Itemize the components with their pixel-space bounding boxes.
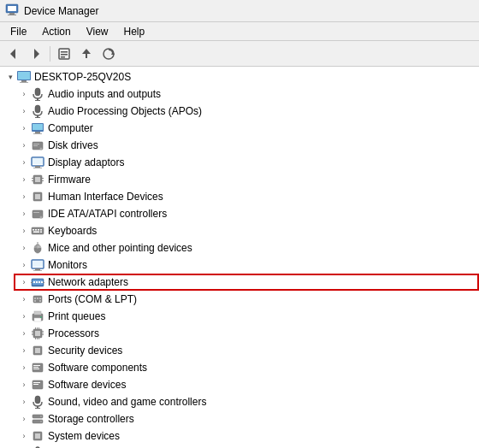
svg-rect-26	[35, 132, 40, 133]
hid-expand[interactable]: ›	[17, 190, 31, 203]
processors-expand[interactable]: ›	[17, 327, 31, 340]
properties-button[interactable]	[54, 44, 74, 63]
svg-rect-99	[33, 368, 39, 369]
svg-rect-81	[35, 331, 40, 336]
svg-rect-38	[32, 178, 33, 179]
tree-item-ports[interactable]: › Ports (COM & LPT)	[14, 291, 479, 308]
sound-expand[interactable]: ›	[17, 395, 31, 409]
scan-hardware-button[interactable]	[98, 44, 119, 63]
tree-item-usb[interactable]: › Universal Serial Bus controllers	[14, 445, 479, 448]
tree-item-security[interactable]: › Security devices	[14, 342, 479, 359]
software-comp-expand[interactable]: ›	[17, 361, 31, 374]
update-driver-button[interactable]	[76, 44, 97, 63]
tree-item-processors[interactable]: › Processors	[14, 325, 479, 342]
sound-icon	[31, 395, 44, 409]
svg-rect-89	[37, 327, 38, 329]
audio-apo-expand[interactable]: ›	[17, 104, 31, 118]
keyboards-label: Keyboards	[48, 225, 97, 237]
firmware-icon	[31, 173, 44, 186]
computer-expand[interactable]: ›	[17, 121, 31, 135]
monitors-expand[interactable]: ›	[17, 258, 31, 272]
svg-point-108	[40, 416, 42, 417]
tree-item-firmware[interactable]: › Firmware	[14, 171, 479, 188]
tree-item-monitors[interactable]: › Monitors	[14, 256, 479, 274]
svg-marker-4	[10, 49, 15, 59]
ide-expand[interactable]: ›	[17, 207, 31, 221]
monitors-label: Monitors	[48, 259, 87, 271]
svg-rect-69	[43, 282, 44, 283]
tree-item-keyboards[interactable]: › Keyboards	[14, 222, 479, 239]
tree-item-system[interactable]: › System devices	[14, 427, 479, 445]
network-label: Network adapters	[48, 276, 128, 288]
tree-item-network[interactable]: › Network adapters	[14, 274, 479, 291]
root-expand-icon[interactable]: ▾	[3, 70, 17, 84]
firmware-label: Firmware	[48, 174, 91, 186]
svg-rect-60	[35, 268, 40, 270]
tree-item-display[interactable]: › Display adaptors	[14, 154, 479, 171]
svg-point-75	[39, 300, 41, 302]
ports-expand[interactable]: ›	[17, 292, 31, 306]
network-icon	[31, 275, 44, 289]
tree-item-disk[interactable]: › Disk drives	[14, 137, 479, 154]
svg-rect-1	[8, 6, 16, 11]
software-comp-label: Software components	[48, 362, 147, 374]
mice-label: Mice and other pointing devices	[48, 242, 192, 254]
svg-point-72	[37, 298, 38, 299]
svg-rect-48	[33, 229, 34, 231]
svg-rect-8	[61, 54, 68, 56]
menu-view[interactable]: View	[80, 24, 115, 39]
print-expand[interactable]: ›	[17, 309, 31, 323]
tree-item-storage[interactable]: › Storage controllers	[14, 410, 479, 427]
menu-action[interactable]: Action	[35, 24, 77, 39]
display-label: Display adaptors	[48, 156, 124, 168]
forward-button[interactable]	[26, 44, 46, 63]
tree-item-computer[interactable]: › Computer	[14, 120, 479, 137]
tree-item-ide[interactable]: › IDE ATA/ATAPI controllers	[14, 205, 479, 222]
root-computer-icon	[17, 70, 31, 84]
svg-rect-52	[33, 232, 39, 233]
root-label: DESKTOP-25QV20S	[34, 71, 131, 83]
tree-root[interactable]: ▾ DESKTOP-25QV20S	[0, 68, 479, 85]
tree-item-audio-apo[interactable]: › Audio Processing Objects (APOs)	[14, 103, 479, 120]
firmware-expand[interactable]: ›	[17, 173, 31, 186]
display-expand[interactable]: ›	[17, 156, 31, 169]
system-expand[interactable]: ›	[17, 429, 31, 443]
menu-help[interactable]: Help	[117, 24, 152, 39]
svg-rect-27	[33, 133, 42, 134]
sound-label: Sound, video and game controllers	[48, 396, 206, 408]
software-dev-icon	[31, 378, 44, 392]
mice-expand[interactable]: ›	[17, 241, 31, 255]
back-button[interactable]	[3, 44, 24, 63]
audio-inputs-expand[interactable]: ›	[17, 87, 31, 101]
svg-rect-25	[33, 124, 43, 130]
software-dev-expand[interactable]: ›	[17, 378, 31, 392]
svg-rect-66	[38, 281, 40, 283]
device-tree[interactable]: ▾ DESKTOP-25QV20S › Audio inputs and out…	[0, 67, 479, 448]
hid-icon	[31, 190, 44, 203]
disk-expand[interactable]: ›	[17, 139, 31, 152]
mice-icon	[31, 241, 44, 255]
ide-icon	[31, 207, 44, 221]
tree-item-hid[interactable]: › Human Interface Devices	[14, 188, 479, 205]
svg-rect-82	[32, 331, 33, 332]
svg-rect-19	[37, 98, 38, 100]
svg-rect-97	[33, 365, 40, 366]
svg-point-73	[39, 298, 41, 299]
audio-apo-label: Audio Processing Objects (APOs)	[48, 105, 202, 117]
svg-rect-98	[33, 367, 38, 368]
tree-item-audio-inputs[interactable]: › Audio inputs and outputs	[14, 85, 479, 103]
audio-apo-icon	[31, 104, 44, 118]
tree-item-sound[interactable]: › Sound, video and game controllers	[14, 393, 479, 410]
keyboards-expand[interactable]: ›	[17, 224, 31, 238]
svg-rect-15	[18, 72, 30, 80]
storage-expand[interactable]: ›	[17, 412, 31, 426]
svg-rect-103	[35, 396, 40, 404]
network-expand[interactable]: ›	[17, 275, 31, 289]
menu-file[interactable]: File	[3, 24, 33, 39]
tree-item-mice[interactable]: › Mice and other pointing devices	[14, 239, 479, 256]
tree-item-print[interactable]: › Print queues	[14, 308, 479, 325]
tree-item-software-dev[interactable]: › Software devices	[14, 376, 479, 393]
security-expand[interactable]: ›	[17, 344, 31, 357]
tree-item-software-comp[interactable]: › Software components	[14, 359, 479, 376]
svg-rect-90	[38, 327, 39, 329]
